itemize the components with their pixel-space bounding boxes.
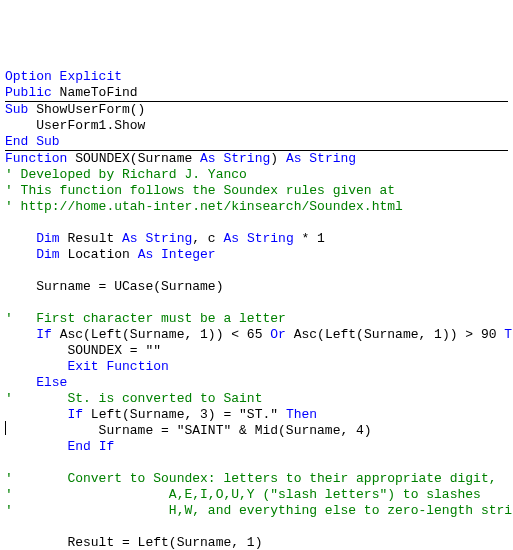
- code-line: ' St. is converted to Saint: [5, 391, 508, 407]
- code-line: End If: [5, 439, 508, 455]
- code-segment: Location: [60, 247, 138, 262]
- code-segment: Else: [36, 375, 67, 390]
- code-segment: [5, 327, 36, 342]
- code-segment: ' St. is converted to Saint: [5, 391, 262, 406]
- code-line: ' This function follows the Soundex rule…: [5, 183, 508, 199]
- code-line: ' http://home.utah-inter.net/kinsearch/S…: [5, 199, 508, 215]
- code-segment: As String: [200, 151, 270, 166]
- code-line: [5, 295, 508, 311]
- code-segment: Result: [60, 231, 122, 246]
- code-segment: [5, 407, 67, 422]
- code-segment: Public: [5, 85, 52, 100]
- code-line: Option Explicit: [5, 69, 508, 85]
- code-line: [5, 519, 508, 535]
- code-line: UserForm1.Show: [5, 118, 508, 134]
- code-line: ' Convert to Soundex: letters to their a…: [5, 471, 508, 487]
- code-line: End Sub: [5, 134, 508, 150]
- code-segment: UserForm1.Show: [5, 118, 145, 133]
- code-line: Sub ShowUserForm(): [5, 102, 508, 118]
- code-line: If Left(Surname, 3) = "ST." Then: [5, 407, 508, 423]
- code-line: SOUNDEX = "": [5, 343, 508, 359]
- code-line: ' Developed by Richard J. Yanco: [5, 167, 508, 183]
- code-segment: Asc(Left(Surname, 1)) < 65: [52, 327, 270, 342]
- code-segment: If: [67, 407, 83, 422]
- code-segment: Exit Function: [67, 359, 168, 374]
- code-line: Exit Function: [5, 359, 508, 375]
- code-block: Option ExplicitPublic NameToFindSub Show…: [5, 69, 508, 550]
- code-segment: As String: [286, 151, 356, 166]
- code-segment: End If: [67, 439, 114, 454]
- code-segment: NameToFind: [52, 85, 138, 100]
- code-segment: Asc(Left(Surname, 1)) > 90: [286, 327, 504, 342]
- code-segment: Then: [286, 407, 317, 422]
- code-segment: If: [36, 327, 52, 342]
- code-line: [5, 215, 508, 231]
- code-segment: Option Explicit: [5, 69, 122, 84]
- code-segment: [5, 439, 67, 454]
- code-segment: ): [270, 151, 286, 166]
- code-line: [5, 455, 508, 471]
- code-line: Surname = UCase(Surname): [5, 279, 508, 295]
- code-segment: [5, 247, 36, 262]
- code-segment: Left(Surname, 3) = "ST.": [83, 407, 286, 422]
- code-line: ' A,E,I,O,U,Y ("slash letters") to slash…: [5, 487, 508, 503]
- code-segment: SOUNDEX = "": [5, 343, 161, 358]
- code-segment: ' Convert to Soundex: letters to their a…: [5, 471, 496, 486]
- code-segment: ' H,W, and everything else to zero-lengt…: [5, 503, 513, 518]
- text-cursor: [5, 421, 6, 435]
- code-segment: ' Developed by Richard J. Yanco: [5, 167, 247, 182]
- code-segment: Then: [504, 327, 513, 342]
- code-segment: Dim: [36, 247, 59, 262]
- code-line: Surname = "SAINT" & Mid(Surname, 4): [5, 423, 508, 439]
- code-line: [5, 263, 508, 279]
- code-line: ' First character must be a letter: [5, 311, 508, 327]
- code-segment: Dim: [36, 231, 59, 246]
- code-segment: ' http://home.utah-inter.net/kinsearch/S…: [5, 199, 403, 214]
- code-segment: Surname = "SAINT" & Mid(Surname, 4): [5, 423, 372, 438]
- code-segment: SOUNDEX(Surname: [67, 151, 200, 166]
- code-segment: End Sub: [5, 134, 60, 149]
- code-line: If Asc(Left(Surname, 1)) < 65 Or Asc(Lef…: [5, 327, 508, 343]
- code-segment: Or: [270, 327, 286, 342]
- code-line: Function SOUNDEX(Surname As String) As S…: [5, 151, 508, 167]
- code-segment: ' First character must be a letter: [5, 311, 286, 326]
- code-segment: [5, 231, 36, 246]
- code-segment: ' This function follows the Soundex rule…: [5, 183, 395, 198]
- code-segment: As String: [223, 231, 293, 246]
- code-line: ' H,W, and everything else to zero-lengt…: [5, 503, 508, 519]
- code-line: Else: [5, 375, 508, 391]
- code-segment: * 1: [294, 231, 325, 246]
- code-line: Result = Left(Surname, 1): [5, 535, 508, 550]
- code-segment: As Integer: [138, 247, 216, 262]
- code-segment: [5, 359, 67, 374]
- code-line: Public NameToFind: [5, 85, 508, 101]
- code-segment: Sub: [5, 102, 28, 117]
- code-segment: As String: [122, 231, 192, 246]
- code-segment: ' A,E,I,O,U,Y ("slash letters") to slash…: [5, 487, 481, 502]
- code-segment: Surname = UCase(Surname): [5, 279, 223, 294]
- code-segment: Result = Left(Surname, 1): [5, 535, 262, 550]
- code-segment: , c: [192, 231, 223, 246]
- code-line: Dim Location As Integer: [5, 247, 508, 263]
- code-segment: ShowUserForm(): [28, 102, 145, 117]
- code-line: Dim Result As String, c As String * 1: [5, 231, 508, 247]
- code-segment: Function: [5, 151, 67, 166]
- code-segment: [5, 375, 36, 390]
